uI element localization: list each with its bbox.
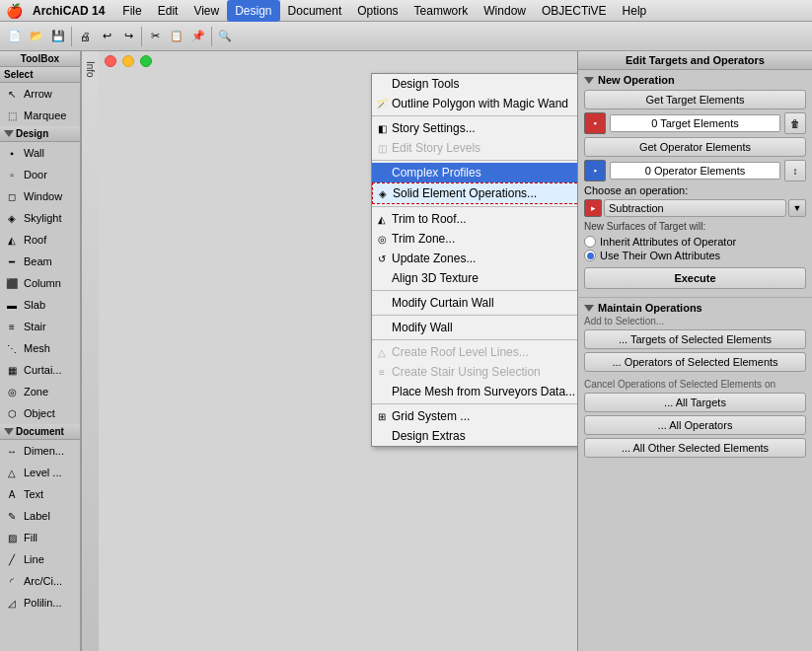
- menu-trim-roof[interactable]: ◭ Trim to Roof...: [372, 209, 577, 229]
- toolbar-zoom-in[interactable]: 🔍: [214, 26, 236, 47]
- radio-inherit-circle[interactable]: [584, 236, 596, 248]
- menu-update-zones[interactable]: ↺ Update Zones...: [372, 249, 577, 268]
- main-area: ToolBox Select ↖ Arrow ⬚ Marquee Design …: [0, 51, 812, 651]
- toolbar-open[interactable]: 📂: [26, 26, 47, 47]
- toolbar-undo[interactable]: ↩: [96, 26, 117, 47]
- menu-create-stair[interactable]: ≡ Create Stair Using Selection: [372, 362, 577, 382]
- tool-line[interactable]: ╱ Line: [0, 548, 80, 570]
- tool-stair[interactable]: ≡ Stair: [0, 316, 80, 337]
- toolbar-redo[interactable]: ↪: [117, 26, 139, 47]
- menu-grid-system[interactable]: ⊞ Grid System ...: [372, 406, 577, 426]
- all-other-btn[interactable]: ... All Other Selected Elements: [584, 438, 806, 458]
- menu-options[interactable]: Options: [349, 0, 406, 22]
- toolbar-new[interactable]: 📄: [4, 26, 26, 47]
- menu-create-roof-lines[interactable]: △ Create Roof Level Lines...: [372, 342, 577, 362]
- menu-outline-polygon[interactable]: 🪄 Outline Polygon with Magic Wand: [372, 94, 577, 113]
- tool-beam[interactable]: ━ Beam: [0, 251, 80, 272]
- targets-selected-btn[interactable]: ... Targets of Selected Elements: [584, 329, 806, 349]
- tool-column[interactable]: ⬛ Column: [0, 272, 80, 294]
- menu-modify-wall[interactable]: Modify Wall ▶: [372, 318, 577, 337]
- toolbar-cut[interactable]: ✂: [144, 26, 166, 47]
- toolbar-save[interactable]: 💾: [47, 26, 69, 47]
- tool-curtain[interactable]: ▦ Curtai...: [0, 359, 80, 381]
- tool-polyline[interactable]: ◿ Polilin...: [0, 592, 80, 614]
- tool-text[interactable]: A Text: [0, 483, 80, 505]
- operator-action-btn[interactable]: ↕: [784, 160, 806, 181]
- menu-objective[interactable]: OBJECTiVE: [534, 0, 615, 22]
- toolbar-copy[interactable]: 📋: [166, 26, 187, 47]
- tool-level[interactable]: △ Level ...: [0, 462, 80, 483]
- menu-align-3d[interactable]: Align 3D Texture ▶: [372, 268, 577, 288]
- window-controls: [105, 55, 152, 67]
- tool-dimen[interactable]: ↔ Dimen...: [0, 440, 80, 462]
- menu-view[interactable]: View: [185, 0, 227, 22]
- close-button[interactable]: [105, 55, 116, 67]
- story-label: Story Settings...: [392, 121, 476, 135]
- tool-window[interactable]: ◻ Window: [0, 185, 80, 207]
- operation-select[interactable]: Subtraction Intersection Addition: [604, 199, 786, 217]
- toolbox-panel: ToolBox Select ↖ Arrow ⬚ Marquee Design …: [0, 51, 81, 651]
- surface-label: New Surfaces of Target will:: [584, 221, 806, 232]
- menu-design-tools[interactable]: Design Tools ▶: [372, 74, 577, 94]
- menu-modify-curtain[interactable]: Modify Curtain Wall ▶: [372, 293, 577, 313]
- canvas-area[interactable]: Design Tools ▶ 🪄 Outline Polygon with Ma…: [99, 51, 577, 651]
- mesh-icon: ⋱: [4, 340, 20, 356]
- radio-own[interactable]: Use Their Own Attributes: [584, 250, 806, 261]
- target-icon: ▪: [584, 112, 606, 134]
- menu-complex-profiles[interactable]: Complex Profiles ▶: [372, 163, 577, 182]
- operators-selected-btn[interactable]: ... Operators of Selected Elements: [584, 352, 806, 372]
- menu-edit[interactable]: Edit: [150, 0, 186, 22]
- menu-edit-story[interactable]: ◫ Edit Story Levels: [372, 138, 577, 158]
- menu-teamwork[interactable]: Teamwork: [406, 0, 477, 22]
- tool-zone[interactable]: ◎ Zone: [0, 381, 80, 402]
- menu-design[interactable]: Design: [227, 0, 279, 22]
- toolbar-paste[interactable]: 📌: [187, 26, 209, 47]
- maintain-toggle[interactable]: [584, 305, 594, 312]
- toolbar-print[interactable]: 🖨: [74, 26, 96, 47]
- tool-wall[interactable]: ▪ Wall: [0, 142, 80, 164]
- tool-slab[interactable]: ▬ Slab: [0, 294, 80, 316]
- execute-btn[interactable]: Execute: [584, 267, 806, 289]
- select-dropdown-arrow[interactable]: ▼: [788, 199, 806, 217]
- menu-help[interactable]: Help: [615, 0, 655, 22]
- apple-menu[interactable]: 🍎: [6, 3, 23, 19]
- tool-object[interactable]: ⬡ Object: [0, 402, 80, 424]
- tool-mesh[interactable]: ⋱ Mesh: [0, 337, 80, 359]
- get-operator-btn[interactable]: Get Operator Elements: [584, 137, 806, 157]
- menu-story-settings[interactable]: ◧ Story Settings... ⌘7: [372, 118, 577, 138]
- tool-door[interactable]: ▫ Door: [0, 164, 80, 185]
- tool-label[interactable]: ✎ Label: [0, 505, 80, 527]
- menu-document[interactable]: Document: [280, 0, 350, 22]
- menu-design-extras[interactable]: Design Extras ▶: [372, 426, 577, 446]
- info-tab[interactable]: Info: [81, 51, 99, 651]
- menu-file[interactable]: File: [114, 0, 149, 22]
- tool-fill[interactable]: ▨ Fill: [0, 527, 80, 548]
- sep2: [372, 160, 577, 161]
- menu-solid-element[interactable]: ◈ Solid Element Operations...: [372, 182, 577, 204]
- sep5: [372, 315, 577, 316]
- tool-arrow[interactable]: ↖ Arrow: [0, 83, 80, 105]
- object-icon: ⬡: [4, 405, 20, 421]
- design-section-toggle[interactable]: [4, 130, 14, 137]
- tool-marquee[interactable]: ⬚ Marquee: [0, 105, 80, 126]
- tool-roof[interactable]: ◭ Roof: [0, 229, 80, 251]
- radio-own-circle[interactable]: [584, 250, 596, 261]
- menu-window[interactable]: Window: [476, 0, 534, 22]
- level-label: Level ...: [24, 467, 62, 478]
- solid-label: Solid Element Operations...: [393, 186, 537, 200]
- tool-arc[interactable]: ◜ Arc/Ci...: [0, 570, 80, 592]
- target-delete-btn[interactable]: 🗑: [784, 112, 806, 134]
- minimize-button[interactable]: [122, 55, 134, 67]
- radio-inherit[interactable]: Inherit Attributes of Operator: [584, 236, 806, 248]
- new-op-toggle[interactable]: [584, 77, 594, 84]
- maximize-button[interactable]: [140, 55, 152, 67]
- all-operators-btn[interactable]: ... All Operators: [584, 415, 806, 435]
- menu-trim-zone[interactable]: ◎ Trim Zone...: [372, 229, 577, 249]
- skylight-label: Skylight: [24, 212, 62, 224]
- get-target-btn[interactable]: Get Target Elements: [584, 90, 806, 109]
- menu-place-mesh[interactable]: Place Mesh from Surveyors Data...: [372, 382, 577, 401]
- new-operation-section: New Operation Get Target Elements ▪ 0 Ta…: [578, 70, 812, 298]
- all-targets-btn[interactable]: ... All Targets: [584, 393, 806, 412]
- document-section-toggle[interactable]: [4, 428, 14, 435]
- tool-skylight[interactable]: ◈ Skylight: [0, 207, 80, 229]
